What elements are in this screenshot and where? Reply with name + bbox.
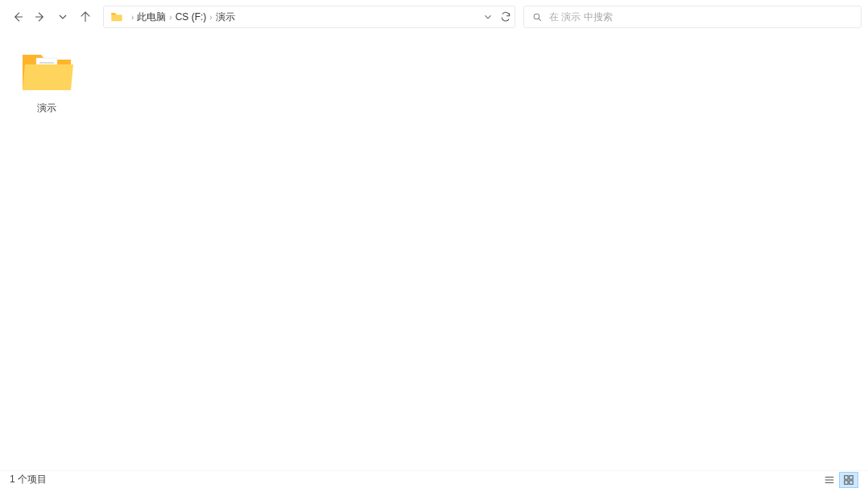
svg-point-0 [534, 14, 539, 19]
breadcrumb: › 此电脑 › CS (F:) › 演示 [128, 10, 482, 24]
chevron-right-icon: › [169, 13, 172, 22]
folder-item[interactable]: 演示 [6, 43, 87, 118]
chevron-down-icon [56, 10, 69, 23]
arrow-right-icon [34, 10, 47, 23]
svg-rect-8 [845, 475, 848, 478]
folder-with-document-icon [19, 47, 75, 95]
chevron-down-icon[interactable] [482, 11, 494, 23]
details-view-button[interactable] [820, 472, 839, 488]
arrow-left-icon [11, 10, 24, 23]
svg-rect-11 [849, 480, 853, 483]
status-bar: 1 个项目 [0, 470, 868, 488]
chevron-right-icon: › [131, 13, 134, 22]
refresh-icon[interactable] [500, 11, 511, 23]
recent-dropdown-button[interactable] [52, 6, 74, 28]
search-icon [532, 12, 543, 23]
search-input[interactable] [549, 11, 853, 23]
arrow-up-icon [79, 10, 92, 23]
large-icons-view-icon [843, 474, 854, 486]
forward-button[interactable] [29, 6, 52, 28]
up-button[interactable] [74, 6, 97, 28]
search-bar[interactable] [523, 6, 862, 28]
svg-rect-10 [845, 480, 848, 483]
view-toggles [820, 472, 858, 488]
folder-label: 演示 [37, 101, 56, 115]
status-count: 1 个项目 [10, 473, 820, 486]
content-area[interactable]: 演示 [0, 34, 868, 470]
details-view-icon [824, 474, 835, 486]
folder-icon [110, 10, 123, 23]
svg-rect-9 [849, 475, 853, 478]
back-button[interactable] [6, 6, 29, 28]
toolbar: › 此电脑 › CS (F:) › 演示 [0, 0, 868, 34]
breadcrumb-item-pc[interactable]: 此电脑 [137, 10, 166, 24]
breadcrumb-item-drive[interactable]: CS (F:) [176, 11, 207, 23]
address-bar[interactable]: › 此电脑 › CS (F:) › 演示 [103, 6, 515, 28]
breadcrumb-item-folder[interactable]: 演示 [216, 10, 235, 24]
nav-buttons [6, 6, 97, 28]
chevron-right-icon: › [209, 13, 212, 22]
large-icons-view-button[interactable] [839, 472, 858, 488]
address-end-controls [482, 11, 511, 23]
